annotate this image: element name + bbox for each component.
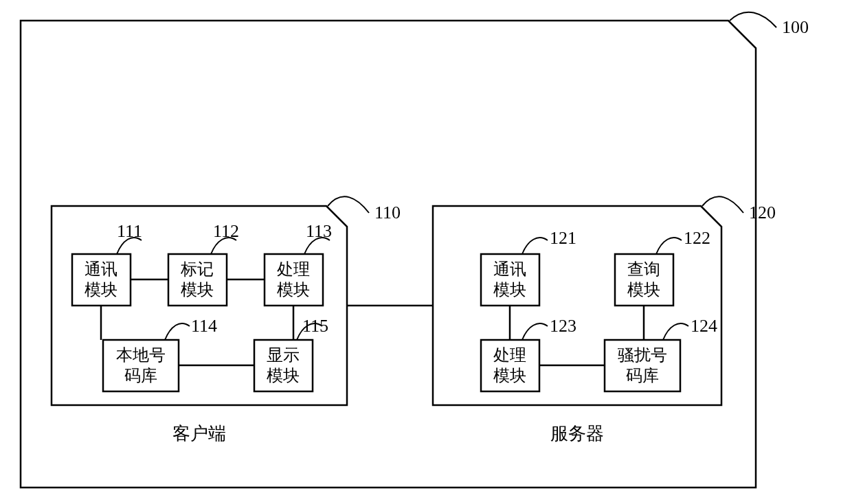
leader-122 (656, 238, 682, 254)
leader-123 (522, 323, 548, 340)
server-query-l1: 查询 (627, 260, 660, 278)
client-mark-l2: 模块 (181, 281, 214, 299)
ref-121: 121 (550, 228, 576, 248)
ref-115: 115 (302, 316, 328, 336)
ref-113: 113 (306, 221, 332, 241)
ref-100: 100 (782, 17, 809, 37)
client-comm-l1: 通讯 (85, 260, 117, 278)
client-proc-l1: 处理 (277, 260, 310, 278)
ref-114: 114 (191, 316, 217, 336)
client-block: 110 客户端 通讯 模块 111 标记 模块 112 处理 模块 113 本地… (52, 196, 401, 444)
server-query-l2: 模块 (627, 281, 660, 299)
ref-111: 111 (117, 221, 142, 241)
server-spamdb-l2: 码库 (626, 367, 659, 385)
leader-110 (328, 196, 369, 213)
server-comm-l2: 模块 (493, 281, 526, 299)
system-diagram: 100 110 客户端 通讯 模块 111 标记 模块 112 处理 模块 11… (0, 0, 852, 504)
client-localdb-l2: 码库 (124, 367, 157, 385)
ref-110: 110 (374, 203, 401, 222)
ref-124: 124 (691, 316, 717, 336)
server-proc-l2: 模块 (493, 367, 526, 385)
ref-123: 123 (550, 316, 576, 336)
client-mark-l1: 标记 (180, 260, 214, 278)
leader-120 (702, 196, 743, 213)
ref-120: 120 (749, 203, 776, 222)
server-comm-l1: 通讯 (493, 260, 526, 278)
ref-112: 112 (213, 221, 239, 241)
leader-114 (165, 323, 190, 340)
client-label: 客户端 (172, 424, 226, 444)
client-comm-l2: 模块 (85, 281, 117, 299)
client-proc-l2: 模块 (277, 281, 310, 299)
leader-124 (663, 323, 688, 340)
client-localdb-l1: 本地号 (116, 346, 166, 364)
leader-100 (730, 12, 776, 27)
ref-122: 122 (684, 228, 710, 248)
client-display-l1: 显示 (267, 346, 300, 364)
server-proc-l1: 处理 (493, 346, 526, 364)
leader-121 (522, 238, 548, 254)
server-block: 120 服务器 通讯 模块 121 查询 模块 122 处理 模块 123 骚扰… (433, 196, 776, 444)
server-spamdb-l1: 骚扰号 (618, 346, 667, 364)
client-display-l2: 模块 (267, 367, 300, 385)
server-label: 服务器 (550, 424, 604, 444)
server-box (433, 206, 721, 405)
